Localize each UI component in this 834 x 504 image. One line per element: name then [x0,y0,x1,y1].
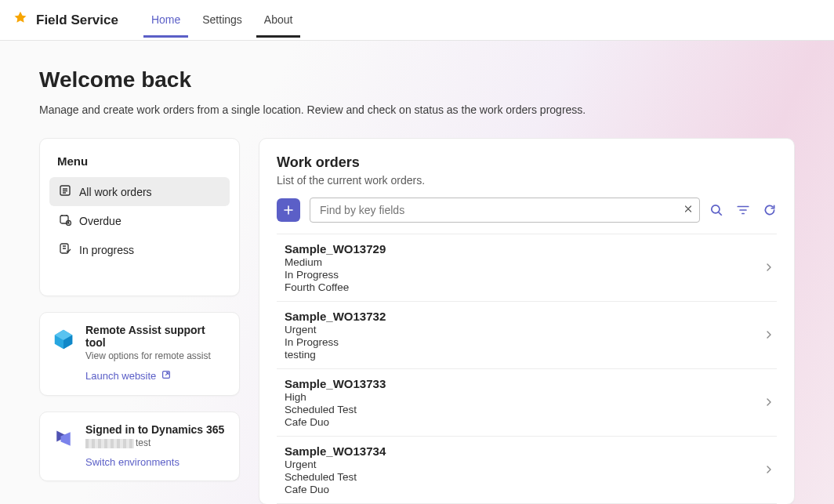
add-work-order-button[interactable] [277,198,300,222]
work-orders-subtitle: List of the current work orders. [277,174,777,187]
signin-env-suffix: test [136,437,150,448]
work-order-account: Fourth Coffee [285,281,386,293]
work-order-name: Sample_WO13729 [285,242,386,256]
left-column: Menu All work orders [39,138,240,481]
brand: Field Service [13,10,118,30]
clear-search-icon[interactable] [683,204,694,217]
work-order-account: Cafe Duo [285,484,386,495]
overdue-icon [59,213,71,228]
inprogress-icon [59,242,71,257]
tab-settings[interactable]: Settings [194,2,250,38]
list-icon [59,184,71,199]
launch-website-link[interactable]: Launch website [85,369,172,383]
work-order-name: Sample_WO13734 [285,444,386,458]
redacted-env-prefix [85,439,134,448]
remote-assist-title: Remote Assist support tool [85,324,228,349]
filter-icon[interactable] [736,203,750,217]
signin-title: Signed in to Dynamics 365 [85,423,224,436]
dynamics-icon [51,426,76,451]
chevron-right-icon [764,262,774,274]
work-order-status: In Progress [285,336,386,348]
svg-rect-1 [60,216,68,223]
menu-item-in-progress[interactable]: In progress [49,235,230,264]
menu-title: Menu [49,154,230,177]
work-order-account: Cafe Duo [285,416,386,428]
work-order-priority: High [285,391,386,403]
page-title: Welcome back [39,67,795,92]
hero: Welcome back Manage and create work orde… [16,60,818,138]
menu-item-label: All work orders [79,186,152,198]
remote-assist-subtitle: View options for remote assist [85,350,228,361]
work-order-name: Sample_WO13732 [285,310,386,323]
search-icon[interactable] [709,203,723,217]
toolbar-icons [709,203,777,217]
link-label: Launch website [85,370,156,382]
work-order-priority: Urgent [285,459,386,470]
link-label: Switch environments [85,456,179,468]
work-order-status: In Progress [285,269,386,281]
tab-home[interactable]: Home [143,2,188,38]
menu-item-label: Overdue [79,215,121,227]
work-orders-title: Work orders [277,154,777,171]
work-order-row[interactable]: Sample_WO13734UrgentScheduled TestCafe D… [277,437,777,504]
top-bar: Field Service Home Settings About [0,0,834,41]
chevron-right-icon [764,329,774,342]
menu-item-label: In progress [79,244,134,256]
menu-card: Menu All work orders [39,138,240,296]
work-order-status: Scheduled Test [285,471,386,483]
work-order-row[interactable]: Sample_WO13732UrgentIn Progresstesting [277,302,777,369]
switch-environments-link[interactable]: Switch environments [85,456,179,468]
hexagon-icon [51,327,76,352]
menu-item-overdue[interactable]: Overdue [49,206,230,235]
chevron-right-icon [764,464,774,477]
tab-about[interactable]: About [256,2,301,38]
search-input[interactable] [310,198,700,223]
nav-tabs: Home Settings About [143,2,301,38]
svg-point-8 [712,205,720,213]
signin-card: Signed in to Dynamics 365 test Switch en… [39,412,240,481]
page-subtitle: Manage and create work orders from a sin… [39,103,795,116]
page: Welcome back Manage and create work orde… [0,41,834,504]
signin-env: test [85,437,224,448]
refresh-icon[interactable] [763,203,777,217]
search-wrap [310,198,700,223]
open-external-icon [161,369,172,383]
work-order-priority: Medium [285,256,386,268]
work-order-row[interactable]: Sample_WO13729MediumIn ProgressFourth Co… [277,234,777,302]
work-orders-list: Sample_WO13729MediumIn ProgressFourth Co… [277,234,777,504]
chevron-right-icon [764,397,774,409]
work-order-row[interactable]: Sample_WO13733HighScheduled TestCafe Duo [277,369,777,437]
work-order-status: Scheduled Test [285,404,386,415]
work-orders-card: Work orders List of the current work ord… [259,138,795,504]
menu-item-all-work-orders[interactable]: All work orders [49,177,230,206]
app-logo-icon [13,10,28,30]
work-order-name: Sample_WO13733 [285,377,386,390]
work-order-priority: Urgent [285,324,386,335]
work-order-account: testing [285,349,386,361]
remote-assist-card: Remote Assist support tool View options … [39,312,240,396]
app-name: Field Service [36,13,118,28]
work-orders-toolbar [277,198,777,234]
